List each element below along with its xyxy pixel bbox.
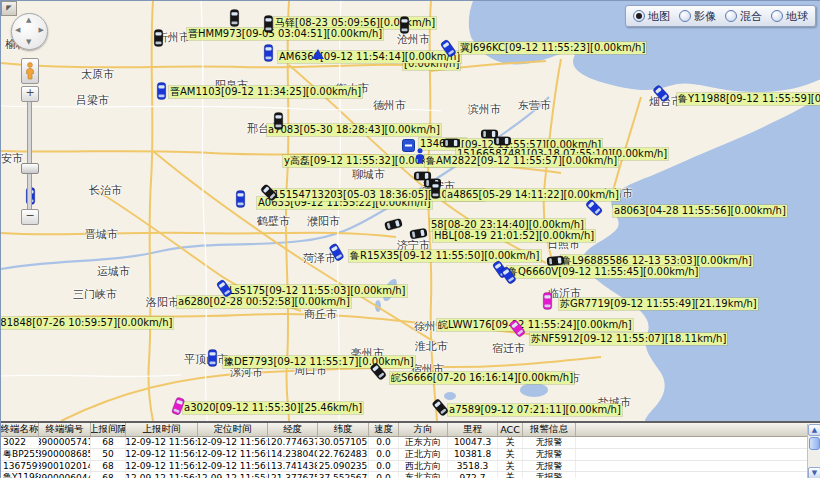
vehicle-marker-black[interactable] — [153, 29, 164, 51]
radio-icon[interactable] — [633, 10, 645, 22]
scrollbar-thumb[interactable] — [809, 437, 820, 450]
vehicle-info-label[interactable]: a3020[09-12 11:55:30][25.46km/h] — [183, 402, 363, 414]
radio-icon[interactable] — [771, 10, 783, 22]
table-cell: 关 — [498, 461, 523, 472]
table-cell: 37.552567 — [318, 472, 369, 478]
vehicle-info-label[interactable]: 晋HMM973[09-05 03:04:51][0.00km/h] — [187, 28, 383, 40]
table-row[interactable]: 136759957...3900102014682012-09-12 11:56… — [1, 461, 807, 473]
row-filler — [576, 449, 807, 460]
grid-header-cell[interactable]: 纬度 — [318, 423, 369, 436]
city-label: 吕梁市 — [76, 93, 109, 108]
vehicle-marker-black[interactable] — [263, 15, 274, 37]
table-cell: 2012-09-12 11:56:06 — [126, 472, 198, 478]
grid-header-cell[interactable]: 里程 — [448, 423, 498, 436]
vehicle-marker-black[interactable] — [399, 16, 410, 38]
arrow-marker[interactable] — [312, 44, 324, 63]
vehicle-info-label[interactable]: a8063[04-28 11:55:56][0.00km/h] — [613, 205, 787, 217]
grid-header-cell[interactable]: 速度 — [369, 423, 399, 436]
zoom-in-button[interactable]: + — [21, 86, 39, 102]
pegman-icon — [25, 62, 35, 80]
scroll-down-button[interactable]: ▼ — [808, 467, 820, 478]
grid-header-cell[interactable]: 定位时间 — [198, 423, 268, 436]
zoom-slider-track[interactable] — [27, 101, 32, 211]
map-type-option-4[interactable]: 地球 — [771, 9, 808, 24]
vehicle-marker-blue[interactable] — [235, 190, 246, 212]
table-cell: 114.238040 — [268, 449, 318, 460]
zoom-out-button[interactable]: − — [21, 209, 39, 225]
vehicle-info-label[interactable]: 鲁AM2822[09-12 11:55:57][0.00km/h] — [425, 155, 618, 167]
table-cell: 3022 — [1, 437, 39, 448]
grid-header-cell[interactable]: 方向 — [399, 423, 448, 436]
vehicle-tracking-window: 榆林忻州市沧州市太原市阳泉市吕梁市衡水市德州市滨州市东营市烟台市邢台市聊城市长治… — [0, 0, 820, 478]
vehicle-marker-magenta[interactable] — [542, 292, 553, 314]
table-cell: 2012-09-12 11:56:02 — [198, 437, 268, 448]
vehicle-info-label[interactable]: a7589[09-12 07:21:11][0.00km/h] — [448, 404, 622, 416]
vehicle-marker-black[interactable] — [490, 136, 512, 147]
pan-up-icon[interactable]: ▲ — [26, 17, 31, 24]
row-filler — [576, 472, 807, 478]
vehicle-marker-black[interactable] — [542, 255, 565, 268]
vehicle-info-label[interactable]: Ls5175[09-12 11:55:03][0.00km/h] — [228, 285, 407, 297]
scroll-up-button[interactable]: ▲ — [808, 424, 820, 436]
table-row[interactable]: 鲁Y119883900006044682012-09-12 11:56:0620… — [1, 472, 807, 478]
map-type-option-2[interactable]: 影像 — [679, 9, 716, 24]
vehicle-marker-blue[interactable] — [156, 82, 167, 104]
vehicle-marker-black[interactable] — [439, 138, 461, 149]
radio-icon[interactable] — [679, 10, 691, 22]
pegman-button[interactable] — [21, 58, 39, 84]
pan-left-icon[interactable]: ◀ — [15, 27, 20, 34]
grid-header-filler — [576, 423, 820, 436]
grid-header-cell[interactable]: 报警信息 — [523, 423, 576, 436]
vehicle-info-label[interactable]: 鲁Q6660V[09-12 11:55:45][0.00km/h] — [507, 266, 699, 278]
pan-right-icon[interactable]: ▶ — [39, 27, 44, 34]
grid-header-cell[interactable]: 上报时间 — [126, 423, 198, 436]
table-row[interactable]: 粤BP255F3900008685502012-09-12 11:56:0920… — [1, 449, 807, 461]
map-viewport[interactable]: 榆林忻州市沧州市太原市阳泉市吕梁市衡水市德州市滨州市东营市烟台市邢台市聊城市长治… — [1, 1, 820, 421]
vehicle-info-label[interactable]: 晋AM1103[09-12 11:34:25][0.00km/h] — [169, 86, 362, 98]
vehicle-info-label[interactable]: 冀J696KC[09-12 11:55:23][0.00km/h] — [459, 42, 646, 54]
map-type-label: 影像 — [694, 9, 716, 24]
vehicle-info-label[interactable]: HBL[08-19 21:01:52][0.00km/h] — [433, 230, 595, 242]
vehicle-marker-black[interactable] — [430, 181, 441, 203]
city-label: 运城市 — [97, 264, 130, 279]
table-cell: 3900008685 — [39, 449, 91, 460]
grid-body[interactable]: 30223900005741682012-09-12 11:56:092012-… — [1, 437, 807, 478]
table-row[interactable]: 30223900005741682012-09-12 11:56:092012-… — [1, 437, 807, 449]
vehicle-info-label[interactable]: 苏NF5912[09-12 11:55:07][18.11km/h] — [530, 333, 727, 345]
table-cell: 25.090235 — [318, 461, 369, 472]
overview-toggle-button[interactable]: ◤ — [1, 1, 17, 16]
vehicle-marker-blue[interactable] — [207, 349, 218, 371]
table-cell: 68 — [91, 437, 126, 448]
person-marker[interactable] — [414, 148, 426, 168]
map-type-option-1[interactable]: 地图 — [633, 9, 670, 24]
city-label: 商丘市 — [304, 307, 337, 322]
vehicle-info-label[interactable]: 豫DE7793[09-12 11:55:17][0.00km/h] — [223, 356, 415, 368]
vehicle-info-label[interactable]: 鲁R15X35[09-12 11:55:50][0.00km/h] — [349, 250, 541, 262]
vehicle-info-label[interactable]: a7083[05-30 18:28:43][0.00km/h] — [267, 124, 441, 136]
table-cell: 121.377675 — [268, 472, 318, 478]
vehicle-marker-black[interactable] — [273, 112, 284, 134]
vehicle-info-label[interactable]: 皖LWW176[09-12 11:55:24][0.00km/h] — [437, 319, 633, 331]
vehicle-info-label[interactable]: a6280[02-28 00:52:58][0.00km/h] — [177, 296, 351, 308]
radio-icon[interactable] — [725, 10, 737, 22]
vehicle-info-label[interactable]: 苏GR7719[09-12 11:55:49][21.19km/h] — [559, 298, 758, 310]
grid-header-cell[interactable]: ACC — [498, 423, 523, 436]
pan-control[interactable]: ▲ ▼ ◀ ▶ — [11, 13, 48, 50]
table-cell: 3900102014 — [39, 461, 91, 472]
grid-header-cell[interactable]: 经度 — [268, 423, 318, 436]
pan-down-icon[interactable]: ▼ — [26, 39, 31, 46]
zoom-slider-thumb[interactable] — [21, 163, 39, 174]
vehicle-marker-black[interactable] — [229, 9, 240, 31]
map-type-option-3[interactable]: 混合 — [725, 9, 762, 24]
vehicle-marker-blue[interactable] — [263, 44, 274, 66]
grid-header-cell[interactable]: 终端名称 — [1, 423, 39, 436]
grid-header-cell[interactable]: 终端编号 — [39, 423, 91, 436]
grid-scrollbar[interactable]: ▲ ▼ — [807, 424, 820, 478]
table-cell: 粤BP255F — [1, 449, 39, 460]
vehicle-info-label[interactable]: AM6366[09-12 11:54:14][0.00km/h] — [278, 51, 461, 63]
grid-header-cell[interactable]: 上报间隔 — [91, 423, 126, 436]
vehicle-info-label[interactable]: 皖S6666[07-20 16:16:14][0.00km/h] — [390, 372, 574, 384]
vehicle-info-label[interactable]: 鲁Y11988[09-12 11:55:59][0.00km/h] — [677, 93, 820, 105]
vehicle-info-label[interactable]: 181848[07-26 10:59:57][0.00km/h] — [1, 317, 173, 329]
map-type-label: 地球 — [786, 9, 808, 24]
